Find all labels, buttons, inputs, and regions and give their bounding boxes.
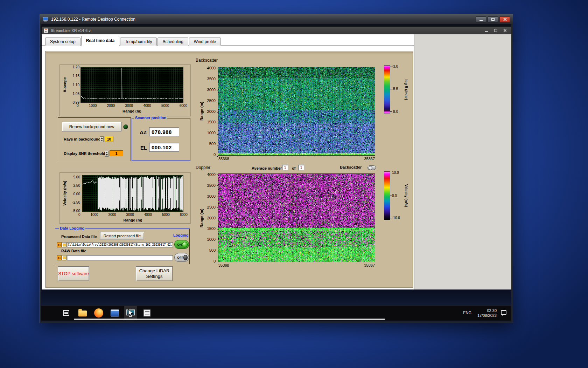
snr-value-field[interactable]: 1 <box>110 150 123 156</box>
close-icon <box>503 29 507 33</box>
doppler-x-start: 35368 <box>218 263 229 267</box>
backscatter-heatmap-canvas <box>218 67 375 155</box>
y-tick-label: 4000 <box>207 173 216 177</box>
backscatter-colorbar-tick-mid: -5.5 <box>392 87 398 91</box>
raw-data-file-label: RAW Data file <box>61 249 86 253</box>
renew-background-button[interactable]: Renew background now <box>62 122 121 131</box>
vi-minimize-button[interactable] <box>482 27 491 34</box>
backscatter-x-end: 35867 <box>336 157 375 161</box>
az-label: AZ <box>140 129 147 135</box>
x-tick-label: 2000 <box>108 213 116 217</box>
clock-time: 02:30 <box>477 308 497 313</box>
y-tick-label: 3000 <box>207 88 216 92</box>
snr-threshold-label: Display SNR threshold <box>64 151 105 156</box>
vi-restore-button[interactable] <box>491 27 500 34</box>
snr-spinner[interactable] <box>105 151 108 157</box>
colorbar-tickmark <box>390 218 392 218</box>
data-logging-group: Data Logging Processed Data file Restart… <box>55 229 190 264</box>
on-button-label: ON <box>177 243 182 246</box>
colorbar-tickmark <box>390 173 392 173</box>
background-controls-group: Renew background now Rays in background … <box>58 117 131 161</box>
tab-scheduling[interactable]: Scheduling <box>158 38 188 46</box>
ascope-y-axis-label: A-scope <box>63 77 67 92</box>
rdp-maximize-button[interactable] <box>488 16 498 22</box>
y-tick-label: 5.00 <box>74 175 80 179</box>
y-tick-label: 3500 <box>207 184 216 188</box>
y-tick-label: 1.15 <box>73 74 79 78</box>
tab-system-setup[interactable]: System setup <box>45 38 80 46</box>
rdp-client-area: StreamLine XR v14-6.vi System setup Real… <box>41 24 511 321</box>
tab-bar: System setup Real time data Temp/humidit… <box>45 35 222 46</box>
colorbar-tickmark <box>390 196 392 196</box>
doppler-x-end: 35867 <box>336 263 375 267</box>
x-tick-label: 0 <box>78 213 80 217</box>
tab-real-time-data[interactable]: Real time data <box>81 36 119 46</box>
backscatter-colorbar-label: log B (/m/sr) <box>404 80 408 100</box>
raw-path-field[interactable] <box>67 255 173 260</box>
rdp-close-button[interactable] <box>499 16 510 22</box>
backscatter-colorbar <box>384 66 390 114</box>
y-tick-label: 2000 <box>207 110 216 114</box>
taskbar-scheduler-button[interactable] <box>142 308 152 318</box>
taskbar-firefox-button[interactable] <box>93 308 104 318</box>
rays-spinner[interactable] <box>100 136 104 142</box>
raw-folder-icon[interactable] <box>62 255 66 260</box>
x-tick-label: 4000 <box>143 104 151 108</box>
processed-logging-on-button[interactable]: ON <box>174 240 189 249</box>
scheduler-icon <box>144 309 150 316</box>
clock-date: 17/08/2023 <box>477 313 497 318</box>
tab-wind-profile[interactable]: Wind profile <box>189 38 221 46</box>
taskbar-blue-app-button[interactable] <box>110 308 120 318</box>
y-tick-label: 500 <box>209 142 216 146</box>
folder-icon <box>78 311 87 316</box>
processed-drive-box[interactable]: C <box>57 242 62 247</box>
tab-temp-humidity[interactable]: Temp/humidity <box>120 38 157 46</box>
doppler-colorbar-tick-max: 10.0 <box>392 171 399 175</box>
raw-logging-off-button[interactable]: OFF <box>174 253 189 262</box>
vi-titlebar[interactable]: StreamLine XR v14-6.vi <box>42 27 511 34</box>
rdp-titlebar[interactable]: 192.168.0.122 - Remote Desktop Connectio… <box>40 14 513 24</box>
velocity-y-ticks: 5.002.500.00-2.50-5.00 <box>67 175 80 213</box>
scanner-position-group: Scanner position AZ 078.988 EL 000.102 <box>132 118 190 161</box>
backscatter-toggle-switch[interactable] <box>368 165 376 170</box>
processed-path-field[interactable]: C:\Lidar\Data\Proc\2023\202308\20230817\… <box>67 242 173 247</box>
raw-drive-box[interactable]: C <box>57 255 62 260</box>
backscatter-colorbar-tick-min: -8.0 <box>392 110 398 114</box>
backscatter-y-tickmarks <box>217 68 218 157</box>
vi-window-title: StreamLine XR v14-6.vi <box>51 28 482 33</box>
notification-center-icon[interactable] <box>501 310 506 315</box>
el-value-field[interactable]: 000.102 <box>149 143 179 152</box>
processed-data-file-label: Processed Data file <box>61 234 97 239</box>
task-view-icon <box>63 310 69 316</box>
taskbar-file-explorer-button[interactable] <box>77 308 88 318</box>
y-tick-label: 1.10 <box>73 83 79 87</box>
ascope-graph: A-scope 1.201.151.101.050.99 01000200030… <box>59 64 191 116</box>
average-number-field[interactable]: 1 <box>282 165 288 170</box>
doppler-y-ticks: 40003500300025002000150010005000 <box>201 173 216 263</box>
y-tick-label: 500 <box>209 248 216 252</box>
y-tick-label: 0 <box>214 259 216 263</box>
processed-folder-icon[interactable] <box>62 242 66 247</box>
minimize-icon <box>479 20 483 21</box>
backscatter-y-ticks: 40003500300025002000150010005000 <box>201 66 216 157</box>
scanner-position-title: Scanner position <box>134 116 167 120</box>
stop-software-button[interactable]: STOP software <box>58 266 89 281</box>
rdp-horizontal-scrollbar[interactable] <box>74 319 385 320</box>
taskbar-clock[interactable]: 02:30 17/08/2023 <box>477 308 497 318</box>
el-label: EL <box>140 145 147 151</box>
y-tick-label: -5.00 <box>72 209 80 213</box>
ascope-x-ticks: 0100020003000400050006000 <box>77 104 187 108</box>
y-tick-label: 0.00 <box>74 192 80 196</box>
restart-processed-file-button[interactable]: Restart processed file <box>100 232 144 239</box>
vi-close-button[interactable] <box>500 27 509 34</box>
az-value-field[interactable]: 078.988 <box>149 127 179 136</box>
average-of-field[interactable]: 1 <box>298 165 304 170</box>
data-logging-title: Data Logging <box>59 226 85 230</box>
rdp-minimize-button[interactable] <box>476 16 486 22</box>
restore-icon <box>494 29 497 32</box>
taskbar-task-view-button[interactable] <box>61 308 71 318</box>
language-indicator[interactable]: ENG <box>463 311 471 315</box>
change-lidar-settings-button[interactable]: Change LiDAR Settings <box>136 266 173 281</box>
x-tick-label: 3000 <box>125 104 133 108</box>
rays-value-field[interactable]: 10 <box>105 136 113 142</box>
